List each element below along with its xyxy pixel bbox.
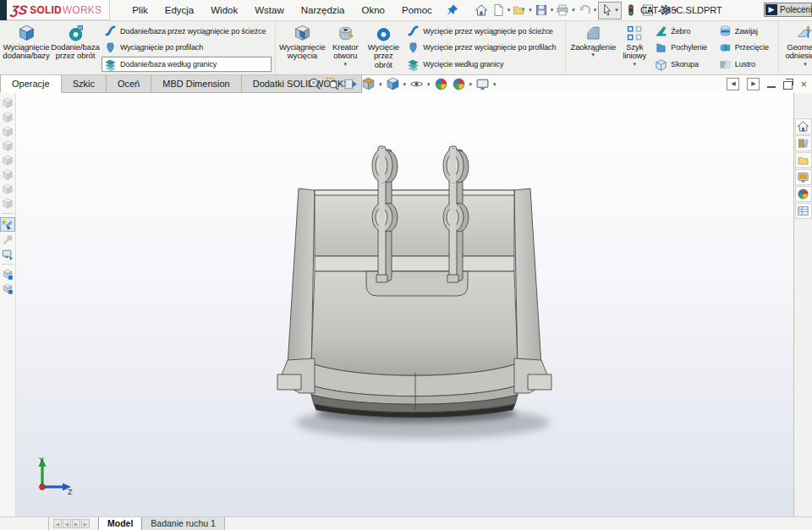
file-explorer-button[interactable] — [795, 152, 812, 168]
performance-button[interactable] — [623, 2, 639, 19]
zoom-to-area-button[interactable] — [325, 77, 341, 91]
hide-show-items-button[interactable] — [409, 77, 425, 91]
swept-cut-button[interactable]: Wycięcie przez wyciągnięcie po ścieżce — [404, 24, 562, 39]
apply-scene-button[interactable] — [451, 77, 467, 91]
revolved-boss-button[interactable]: Dodanie/baza przez obrót — [51, 22, 100, 74]
boss-extrude-button[interactable]: Wyciągnięcie dodania/bazy — [2, 22, 51, 74]
menu-plik[interactable]: Plik — [123, 0, 156, 20]
menu-pomoc[interactable]: Pomoc — [393, 0, 441, 20]
model-3d-excavator-bucket[interactable] — [271, 135, 558, 456]
motion-study-tab[interactable]: Badanie ruchu 1 — [142, 517, 224, 530]
section-view-button[interactable] — [360, 77, 376, 91]
pin-menu-icon[interactable] — [446, 3, 459, 17]
hole-wizard-button[interactable]: Kreator otworu ▾ — [326, 22, 364, 74]
next-tab-button[interactable]: ▶ — [72, 519, 80, 528]
new-file-button[interactable] — [490, 2, 507, 19]
reference-geometry-dropdown[interactable]: ▾ — [804, 61, 806, 68]
graphics-area[interactable]: Y Z — [16, 93, 793, 517]
rib-button[interactable]: Żebro — [652, 24, 713, 39]
menu-edycja[interactable]: Edycja — [156, 0, 203, 20]
hole-wizard-dropdown[interactable]: ▾ — [344, 61, 347, 68]
boundary-boss-button[interactable]: Dodanie/baza według granicy — [102, 57, 272, 72]
restore-button[interactable] — [783, 81, 793, 90]
fillet-dropdown[interactable]: ▾ — [592, 52, 595, 58]
lofted-boss-button[interactable]: Wyciągnięcie po profilach — [102, 40, 272, 55]
swept-boss-button[interactable]: Dodanie/baza przez wyciągnięcie po ścież… — [102, 24, 272, 39]
lofted-cut-button[interactable]: Wycięcie przez wyciągnięcie po profilach — [404, 40, 562, 55]
menu-widok[interactable]: Widok — [202, 0, 246, 20]
tools-button[interactable] — [1, 233, 14, 246]
draft-button[interactable]: Pochylenie — [652, 40, 713, 55]
sketch-tool-button[interactable] — [0, 217, 15, 232]
view-settings-dropdown[interactable]: ▾ — [493, 81, 497, 88]
collapse-right-pane-button[interactable]: ▶ — [747, 78, 760, 90]
view-settings-button[interactable] — [475, 77, 491, 91]
linear-pattern-dropdown[interactable]: ▾ — [634, 61, 636, 68]
view-isometric-button[interactable] — [1, 183, 14, 195]
view-back-button[interactable] — [1, 111, 14, 123]
screen-capture-button[interactable] — [1, 248, 14, 260]
fillet-button[interactable]: Zaokrąglenie ▾ — [568, 22, 618, 74]
mirror-button[interactable]: Lustro — [716, 57, 775, 72]
prev-tab-button[interactable]: ◀ — [63, 519, 71, 528]
open-file-button[interactable] — [511, 2, 528, 19]
select-tool-button[interactable]: ▾ — [598, 2, 622, 19]
custom-properties-button[interactable] — [795, 203, 812, 219]
undo-button[interactable] — [576, 2, 593, 19]
menu-okno[interactable]: Okno — [353, 0, 393, 20]
design-library-button[interactable] — [795, 135, 812, 151]
save-dropdown[interactable]: ▾ — [551, 7, 554, 14]
intersect-button[interactable]: Przecięcie — [716, 40, 775, 55]
first-tab-button[interactable]: ◀ — [53, 519, 62, 528]
tab-operacje[interactable]: Operacje — [0, 75, 62, 93]
view-dimetric-button[interactable] — [1, 197, 14, 210]
minimize-button[interactable] — [767, 86, 776, 88]
open-file-dropdown[interactable]: ▾ — [529, 7, 532, 14]
tab-ocen[interactable]: Oceń — [106, 75, 151, 93]
revolved-cut-button[interactable]: Wycięcie przez obrót — [364, 22, 403, 74]
new-file-dropdown[interactable]: ▾ — [508, 7, 511, 14]
appearances-scenes-button[interactable] — [795, 186, 812, 202]
tab-mbd-dimension[interactable]: MBD Dimension — [151, 75, 241, 93]
view-orientation-button[interactable] — [385, 77, 401, 91]
menu-wstaw[interactable]: Wstaw — [246, 0, 293, 20]
last-tab-button[interactable]: ▶ — [81, 519, 90, 528]
new-assembly-from-part-button[interactable] — [1, 282, 14, 295]
view-left-button[interactable] — [1, 125, 14, 138]
previous-view-button[interactable] — [343, 77, 359, 91]
pane-splitter[interactable] — [0, 517, 49, 530]
close-button[interactable]: × — [800, 79, 807, 90]
model-tab[interactable]: Model — [98, 517, 142, 530]
shell-button[interactable]: Skorupa — [652, 57, 713, 72]
mirror-icon — [719, 58, 732, 71]
view-top-button[interactable] — [1, 154, 14, 167]
undo-icon — [578, 3, 591, 17]
edit-appearance-button[interactable] — [433, 77, 449, 91]
select-dropdown[interactable]: ▾ — [615, 7, 618, 14]
collapse-left-pane-button[interactable]: ◀ — [727, 78, 739, 90]
annotation-views-dropdown[interactable]: ▾ — [379, 81, 382, 88]
view-palette-button[interactable] — [795, 169, 812, 185]
view-front-button[interactable] — [1, 96, 14, 109]
save-button[interactable] — [533, 2, 550, 19]
print-button[interactable] — [554, 2, 571, 19]
cut-extrude-button[interactable]: Wyciągnięcie wycięcia — [277, 22, 326, 74]
linear-pattern-button[interactable]: Szyk liniowy ▾ — [618, 22, 650, 74]
new-part-from-part-button[interactable] — [1, 268, 14, 281]
view-right-button[interactable] — [1, 139, 14, 152]
hide-show-items-dropdown[interactable]: ▾ — [427, 81, 431, 88]
apply-scene-dropdown[interactable]: ▾ — [469, 81, 473, 88]
tab-szkic[interactable]: Szkic — [61, 75, 107, 93]
zoom-to-fit-button[interactable] — [307, 77, 323, 91]
command-search[interactable]: ▶ Polecenia — [764, 3, 812, 17]
home-tab-button[interactable] — [795, 118, 812, 134]
view-bottom-button[interactable] — [1, 168, 14, 181]
home-button[interactable] — [473, 2, 490, 19]
reference-geometry-button[interactable]: Geometria odniesienia ▾ — [781, 22, 812, 74]
boundary-cut-button[interactable]: Wycięcie według granicy — [404, 57, 562, 72]
undo-dropdown[interactable]: ▾ — [594, 7, 597, 14]
print-dropdown[interactable]: ▾ — [572, 7, 575, 14]
view-orientation-dropdown[interactable]: ▾ — [403, 81, 407, 88]
wrap-button[interactable]: Zawijaj — [716, 24, 775, 39]
menu-narzedzia[interactable]: Narzędzia — [293, 0, 354, 20]
